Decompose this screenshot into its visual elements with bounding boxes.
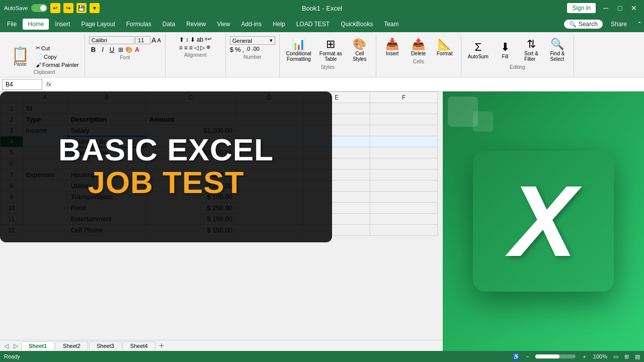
underline-button[interactable]: U	[108, 45, 116, 54]
sheet-nav-right[interactable]: ▷	[12, 342, 20, 349]
insert-button[interactable]: 📥 Insert	[380, 36, 405, 58]
align-middle[interactable]: ↕	[186, 36, 189, 43]
cell-styles-button[interactable]: 🎨 CellStyles	[348, 36, 372, 63]
share-button[interactable]: Share	[604, 19, 634, 30]
format-button[interactable]: 📐 Format	[433, 36, 457, 58]
align-left[interactable]: ≡	[179, 44, 183, 51]
formula-input[interactable]	[55, 79, 642, 90]
border-button[interactable]: ⊞	[118, 46, 123, 53]
page-layout-view[interactable]: ⊞	[624, 353, 629, 360]
cell-f11[interactable]	[370, 214, 438, 225]
search-box[interactable]: 🔍 Search	[564, 20, 603, 29]
zoom-in[interactable]: ＋	[582, 353, 587, 360]
redo-icon[interactable]: ↪	[63, 3, 73, 13]
col-header-f[interactable]: F	[370, 92, 438, 103]
autosave-toggle[interactable]	[31, 4, 47, 12]
decrease-indent[interactable]: ◁	[194, 44, 199, 51]
font-color-button[interactable]: A	[135, 46, 139, 53]
increase-indent[interactable]: ▷	[200, 44, 205, 51]
menu-page-layout[interactable]: Page Layout	[76, 19, 120, 30]
cell-f5[interactable]	[370, 147, 438, 158]
sheet-tab-2[interactable]: Sheet2	[55, 341, 88, 350]
align-bottom[interactable]: ⬇	[190, 36, 195, 43]
cell-f8[interactable]	[370, 180, 438, 192]
close-button[interactable]: ✕	[628, 3, 640, 13]
delete-button[interactable]: 📤 Delete	[407, 36, 431, 58]
percent-button[interactable]: %	[235, 46, 241, 53]
format-as-table-button[interactable]: ⊞ Format asTable	[317, 36, 345, 63]
menu-addins[interactable]: Add-ins	[236, 19, 267, 30]
cell-f1[interactable]	[370, 103, 438, 114]
sheet-tab-3[interactable]: Sheet3	[89, 341, 122, 350]
paste-button[interactable]: 📋 Paste	[8, 46, 32, 68]
menu-formulas[interactable]: Formulas	[121, 19, 156, 30]
menu-view[interactable]: View	[212, 19, 235, 30]
font-size-decrease[interactable]: A	[157, 37, 160, 43]
bold-button[interactable]: B	[89, 45, 98, 54]
sheet-tab-1[interactable]: Sheet1	[21, 341, 54, 350]
accessibility-icon[interactable]: ♿	[513, 353, 520, 360]
number-format-selector[interactable]: General ▾	[230, 36, 275, 45]
fill-button[interactable]: ⬇ Fill	[493, 39, 517, 61]
format-painter-button[interactable]: 🖌Format Painter	[34, 61, 80, 68]
save-icon[interactable]: 💾	[76, 3, 87, 13]
sign-in-button[interactable]: Sign in	[567, 3, 596, 13]
number-label: Number	[244, 54, 262, 60]
add-sheet-button[interactable]: ＋	[156, 341, 167, 351]
cut-button[interactable]: ✂Cut	[34, 44, 80, 52]
cell-f10[interactable]	[370, 203, 438, 214]
comma-button[interactable]: ,	[243, 46, 245, 53]
align-center[interactable]: ≡	[184, 44, 188, 51]
cell-f12[interactable]	[370, 225, 438, 236]
page-break-view[interactable]: ▤	[635, 353, 640, 360]
align-right[interactable]: ≡	[189, 44, 193, 51]
find-select-button[interactable]: 🔍 Find &Select	[545, 36, 570, 63]
font-size-increase[interactable]: A	[151, 36, 156, 44]
copy-button[interactable]: 📄Copy	[34, 53, 80, 60]
fill-color-button[interactable]: 🎨	[125, 46, 133, 53]
menu-data[interactable]: Data	[157, 19, 180, 30]
name-box[interactable]: B4	[2, 79, 42, 90]
undo-icon[interactable]: ↩	[50, 3, 60, 13]
minimize-button[interactable]: ─	[600, 3, 612, 13]
menu-loadtest[interactable]: LOAD TEST	[291, 19, 335, 30]
zoom-out[interactable]: −	[526, 353, 529, 359]
sort-filter-button[interactable]: ⇅ Sort &Filter	[519, 36, 543, 63]
sheet-tab-4[interactable]: Sheet4	[123, 341, 155, 350]
menu-help[interactable]: Help	[268, 19, 290, 30]
restore-button[interactable]: □	[614, 3, 626, 13]
zoom-slider[interactable]	[535, 354, 576, 358]
font-size-selector[interactable]: 11	[135, 36, 150, 44]
ribbon-collapse-icon[interactable]: ⌃	[637, 21, 642, 28]
orientation-button[interactable]: ab	[197, 36, 203, 43]
cell-f2[interactable]	[370, 114, 438, 125]
menu-insert[interactable]: Insert	[50, 19, 75, 30]
align-top[interactable]: ⬆	[179, 36, 184, 43]
increase-decimal[interactable]: .00	[252, 46, 259, 53]
thumbnail-line2: JOB TEST	[88, 165, 244, 200]
more-icon[interactable]: ▾	[90, 3, 100, 13]
cell-f9[interactable]	[370, 192, 438, 203]
ribbon: 📋 Paste ✂Cut 📄Copy 🖌Format Painter Clipb…	[0, 32, 644, 77]
wrap-text-button[interactable]: ≡↵	[205, 36, 212, 43]
decrease-decimal[interactable]: .0	[246, 46, 250, 53]
autosum-button[interactable]: Σ AutoSum	[465, 39, 491, 61]
cell-f6[interactable]	[370, 158, 438, 169]
menu-quickbooks[interactable]: QuickBooks	[336, 19, 378, 30]
cell-f3[interactable]	[370, 125, 438, 136]
menu-home[interactable]: Home	[23, 19, 49, 30]
normal-view[interactable]: ▭	[613, 353, 618, 360]
menu-file[interactable]: File	[2, 19, 22, 30]
cell-f4[interactable]	[370, 136, 438, 147]
menu-review[interactable]: Review	[181, 19, 211, 30]
cell-f7[interactable]	[370, 169, 438, 180]
currency-button[interactable]: $	[230, 46, 233, 53]
font-name-selector[interactable]: Calibri	[89, 36, 134, 44]
sheet-nav-left[interactable]: ◁	[2, 342, 11, 349]
menu-team[interactable]: Team	[379, 19, 404, 30]
italic-button[interactable]: I	[100, 45, 106, 54]
merge-center[interactable]: ⊕	[206, 44, 210, 51]
alignment-controls: ⬆ ↕ ⬇ ab ≡↵ ≡ ≡ ≡ ◁ ▷ ⊕	[179, 36, 212, 51]
align-row2: ≡ ≡ ≡ ◁ ▷ ⊕	[179, 44, 212, 51]
conditional-formatting-button[interactable]: 📊 ConditionalFormatting	[284, 36, 314, 63]
